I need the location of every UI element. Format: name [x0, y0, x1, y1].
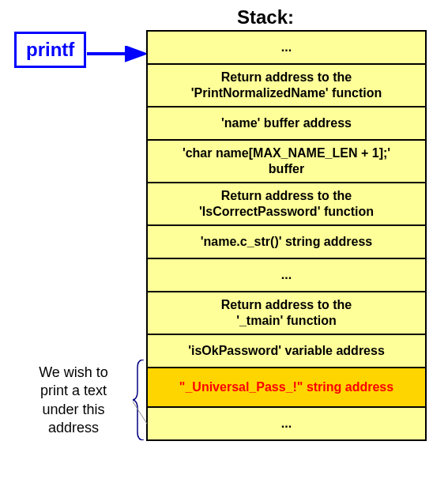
- stack-row-ellipsis-top: ...: [148, 32, 425, 65]
- svg-line-2: [133, 402, 147, 424]
- stack-row-name-buffer-addr: 'name' buffer address: [148, 107, 425, 141]
- row-line: Return address to the: [221, 298, 352, 311]
- stack-row-return-printnormalized: Return address to the 'PrintNormalizedNa…: [148, 65, 425, 107]
- row-line: 'char name[MAX_NAME_LEN + 1];': [183, 146, 390, 160]
- annotation-line: We wish to: [39, 364, 108, 380]
- svg-marker-1: [126, 47, 144, 60]
- stack-row-ellipsis-mid: ...: [148, 259, 425, 292]
- stack-row-return-tmain: Return address to the '_tmain' function: [148, 292, 425, 335]
- row-line: 'PrintNormalizedName' function: [191, 86, 382, 100]
- stack-row-char-name-buffer: 'char name[MAX_NAME_LEN + 1];' buffer: [148, 141, 425, 183]
- printf-box: printf: [14, 32, 86, 68]
- row-line: 'IsCorrectPassword' function: [199, 205, 374, 218]
- stack-row-return-iscorrectpassword: Return address to the 'IsCorrectPassword…: [148, 183, 425, 226]
- annotation-line: print a text: [40, 383, 107, 398]
- row-line: Return address to the: [221, 189, 352, 202]
- stack-row-ellipsis-bottom: ...: [148, 408, 425, 439]
- stack-row-isokpassword: 'isOkPassword' variable address: [148, 335, 425, 368]
- leader-line-icon: [79, 402, 150, 433]
- stack-row-name-cstr: 'name.c_str()' string address: [148, 226, 425, 259]
- row-line: Return address to the: [221, 70, 352, 84]
- arrow-icon: [87, 46, 150, 68]
- stack-container: ... Return address to the 'PrintNormaliz…: [146, 30, 427, 441]
- row-line: buffer: [269, 162, 304, 175]
- printf-label: printf: [26, 39, 74, 60]
- row-line: '_tmain' function: [236, 314, 337, 327]
- stack-title: Stack:: [237, 6, 294, 28]
- stack-row-universal-pass: "_Universal_Pass_!" string address: [148, 368, 425, 408]
